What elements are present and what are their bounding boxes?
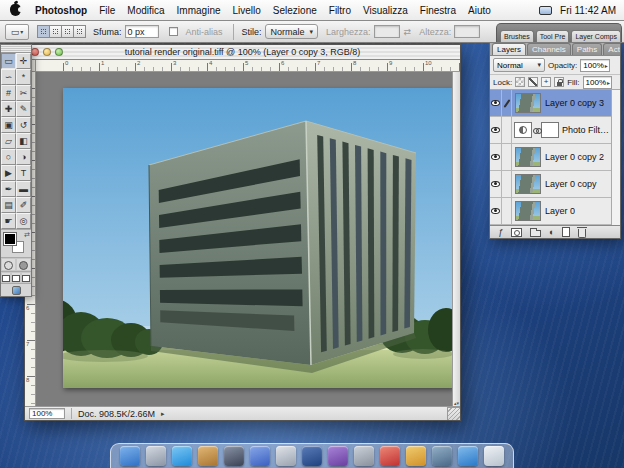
layer-row-layer-0-copy-2[interactable]: Layer 0 copy 2 [490,144,620,171]
visibility-toggle[interactable] [490,117,502,144]
vertical-scrollbar[interactable]: ▴▾ [452,72,460,406]
layer-name[interactable]: Layer 0 copy [545,179,597,189]
fullscreen-button[interactable] [21,272,31,283]
menu-filtro[interactable]: Filtro [323,5,357,16]
fill-input[interactable]: 100% ▸ [583,76,612,89]
stepper-arrow-icon[interactable]: ▸ [607,79,610,86]
swap-dimensions-icon[interactable]: ⇄ [404,27,412,37]
foreground-color-swatch[interactable] [4,233,16,245]
layer-row-layer-0-copy[interactable]: Layer 0 copy [490,171,620,198]
dock-app-8-icon[interactable] [302,446,322,466]
layer-thumbnail[interactable] [515,201,541,221]
type-tool[interactable]: T [16,165,31,181]
dock-app-3-icon[interactable] [172,446,192,466]
tab-layer-comps[interactable]: Layer Comps [571,30,621,42]
zoom-window-button[interactable] [55,48,63,56]
status-menu-arrow-icon[interactable]: ▸ [161,410,165,418]
lock-image-icon[interactable] [528,77,538,87]
crop-tool[interactable]: # [1,85,16,101]
menu-finestra[interactable]: Finestra [414,5,462,16]
horizontal-ruler[interactable]: 012345678910 [36,60,460,71]
tool-palette-titlebar[interactable] [1,45,31,53]
new-layer-set-icon[interactable] [530,230,541,237]
antialias-checkbox[interactable] [169,27,178,36]
layers-scrollbar[interactable] [611,90,620,225]
add-layer-mask-icon[interactable] [511,228,522,237]
gradient-tool[interactable]: ◧ [16,133,31,149]
magic-wand-tool[interactable]: * [16,69,31,85]
menu-aiuto[interactable]: Aiuto [462,5,497,16]
tab-channels[interactable]: Channels [527,43,571,55]
notes-tool[interactable]: ▤ [1,197,16,213]
blur-tool[interactable]: ○ [1,149,16,165]
layer-row-photo-filter[interactable]: Photo Filte... [490,117,620,144]
brush-tool[interactable]: ✎ [16,101,31,117]
selection-intersect-button[interactable] [73,25,86,38]
dodge-tool[interactable]: ◑ [16,149,31,165]
canvas-image[interactable] [63,88,452,388]
apple-menu-icon[interactable] [10,4,21,16]
document-titlebar[interactable]: tutorial render original.tiff @ 100% (La… [25,45,460,60]
layer-name[interactable]: Photo Filte... [562,125,610,135]
new-adjustment-layer-icon[interactable]: ◐ [549,227,554,237]
dock-app-14-icon[interactable] [458,446,478,466]
eyedropper-tool[interactable]: ✐ [16,197,31,213]
dock-app-2-icon[interactable] [146,446,166,466]
visibility-toggle[interactable] [490,198,502,225]
menu-modifica[interactable]: Modifica [121,5,170,16]
dock-app-6-icon[interactable] [250,446,270,466]
healing-brush-tool[interactable]: ✚ [1,101,16,117]
visibility-toggle[interactable] [490,90,502,117]
tab-layers[interactable]: Layers [492,43,526,55]
menu-file[interactable]: File [93,5,121,16]
clone-stamp-tool[interactable]: ▣ [1,117,16,133]
slice-tool[interactable]: ✂ [16,85,31,101]
standard-screen-button[interactable] [1,272,11,283]
tab-brushes[interactable]: Brushes [500,30,534,42]
dock-app-10-icon[interactable] [354,446,374,466]
tab-paths[interactable]: Paths [572,43,602,55]
standard-mode-button[interactable] [1,258,16,271]
layer-style-icon[interactable]: ƒ [498,227,503,237]
menu-photoshop[interactable]: Photoshop [29,5,93,16]
dock-app-12-icon[interactable] [406,446,426,466]
path-selection-tool[interactable]: ▶ [1,165,16,181]
blend-mode-dropdown[interactable]: Normal ▾ [493,58,545,72]
hand-tool[interactable]: ☛ [1,213,16,229]
dock-app-7-icon[interactable] [276,446,296,466]
move-tool[interactable]: ✛ [16,53,31,69]
layer-name[interactable]: Layer 0 copy 3 [545,98,604,108]
shape-tool[interactable]: ▬ [16,181,31,197]
width-input[interactable] [374,25,400,38]
dock-app-11-icon[interactable] [380,446,400,466]
tab-tool-presets[interactable]: Tool Pre [536,30,570,42]
stepper-arrow-icon[interactable]: ▸ [605,62,608,69]
menu-immagine[interactable]: Immagine [171,5,227,16]
layer-thumbnail[interactable] [515,174,541,194]
dock-app-9-icon[interactable] [328,446,348,466]
trash-icon[interactable] [484,446,504,466]
delete-layer-icon[interactable] [578,229,586,238]
layer-mask-thumbnail[interactable] [541,122,559,138]
dock-app-5-icon[interactable] [224,446,244,466]
finder-icon[interactable] [120,446,140,466]
quick-mask-mode-button[interactable] [16,258,31,271]
visibility-toggle[interactable] [490,144,502,171]
pen-tool[interactable]: ✒ [1,181,16,197]
menu-selezione[interactable]: Selezione [267,5,323,16]
feather-input[interactable]: 0 px [125,25,159,38]
new-layer-icon[interactable] [562,227,570,237]
swap-colors-icon[interactable]: ⇄ [24,231,30,238]
resize-grip[interactable] [447,407,460,420]
canvas-area[interactable] [36,72,452,406]
menu-clock[interactable]: Fri 11:42 AM [560,5,616,16]
tool-preset-picker[interactable]: ▭ ▾ [5,24,29,40]
lasso-tool[interactable]: ∽ [1,69,16,85]
lock-all-icon[interactable] [554,77,564,87]
rectangular-marquee-tool[interactable]: ▭ [1,53,16,69]
history-brush-tool[interactable]: ↺ [16,117,31,133]
dock-app-13-icon[interactable] [432,446,452,466]
lock-transparency-icon[interactable] [515,77,525,87]
displays-menu-icon[interactable] [539,6,552,15]
imageready-button[interactable] [12,286,21,295]
